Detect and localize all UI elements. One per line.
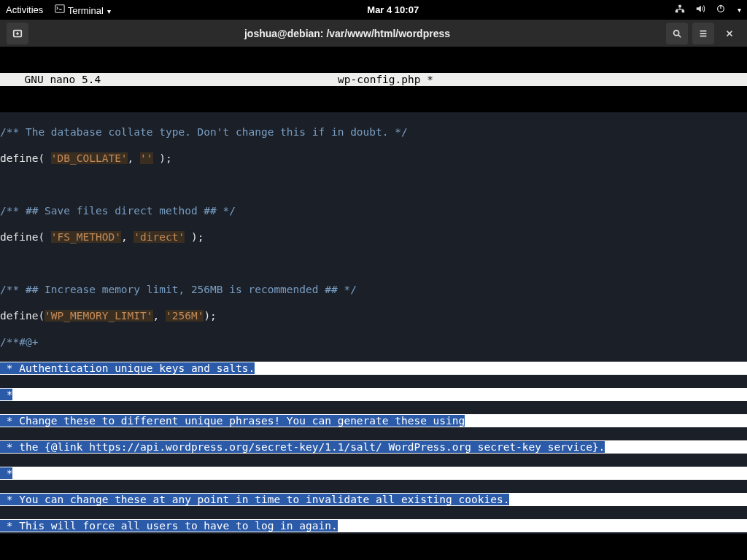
svg-point-9 (674, 30, 679, 35)
comment-line: /**#@+ (0, 336, 38, 348)
nano-version: GNU nano 5.4 (0, 73, 338, 86)
editor-area[interactable]: /** The database collate type. Don't cha… (0, 112, 747, 560)
svg-rect-0 (55, 5, 64, 13)
nano-titlebar: GNU nano 5.4 wp-config.php * (0, 73, 747, 86)
search-button[interactable] (666, 23, 688, 44)
comment-line: /** ## Increase memory limit, 256MB is r… (0, 284, 357, 295)
svg-line-10 (678, 34, 681, 37)
selected-line: * You can change these at any point in t… (0, 493, 747, 506)
selected-line: * the {@link https://api.wordpress.org/s… (0, 440, 747, 454)
window-title: joshua@debian: /var/www/html/wordpress (31, 28, 664, 39)
code-line: define('WP_MEMORY_LIMIT', '256M'); (0, 309, 747, 322)
menu-button[interactable] (692, 23, 714, 44)
gnome-top-bar: Activities Terminal ▾ Mar 4 10:07 ▾ (0, 0, 747, 20)
comment-line: /** The database collate type. Don't cha… (0, 126, 408, 138)
close-button[interactable] (719, 23, 740, 44)
clock[interactable]: Mar 4 10:07 (111, 4, 675, 15)
svg-rect-3 (678, 5, 681, 8)
selected-line: * (0, 388, 747, 401)
terminal-icon (55, 5, 65, 16)
volume-icon[interactable] (695, 4, 705, 16)
app-menu-label: Terminal (68, 5, 104, 16)
svg-rect-1 (676, 10, 678, 13)
activities-button[interactable]: Activities (6, 4, 43, 15)
selected-line: * This will force all users to have to l… (0, 519, 747, 532)
code-line: define( 'FS_METHOD', 'direct' ); (0, 230, 747, 244)
nano-filename: wp-config.php * (338, 73, 433, 86)
nano-shortcut-bar: ^G Help ^O Write Out ^W Where Is ^K Cut … (0, 534, 747, 560)
power-icon[interactable] (716, 4, 726, 16)
code-line: define( 'DB_COLLATE', '' ); (0, 152, 747, 165)
window-titlebar: joshua@debian: /var/www/html/wordpress (0, 20, 747, 47)
chevron-down-icon: ▾ (738, 6, 741, 14)
terminal-viewport[interactable]: GNU nano 5.4 wp-config.php * /** The dat… (0, 47, 747, 560)
network-icon[interactable] (675, 4, 685, 16)
new-tab-button[interactable] (7, 23, 28, 44)
selected-line: * Change these to different unique phras… (0, 414, 747, 427)
selected-line: * (0, 467, 747, 480)
svg-rect-2 (682, 10, 685, 13)
app-menu[interactable]: Terminal ▾ (55, 4, 111, 16)
selected-line: * Authentication unique keys and salts. (0, 362, 747, 375)
comment-line: /** ## Save files direct method ## */ (0, 205, 236, 217)
